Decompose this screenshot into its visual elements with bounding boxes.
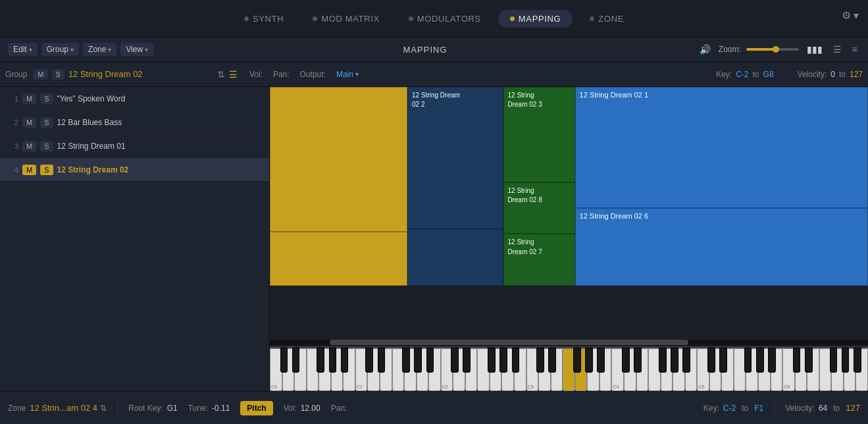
horizontal-scrollbar[interactable] <box>270 340 868 345</box>
zone-block-active-bottom[interactable] <box>270 232 407 286</box>
pitch-button[interactable]: Pitch <box>240 401 272 415</box>
zone-block-6[interactable]: 12 String Dream 02 6 <box>575 208 868 286</box>
bars-icon[interactable]: ▮▮▮ <box>804 43 825 56</box>
output-value[interactable]: Main ▾ <box>336 70 359 79</box>
group-s-button[interactable]: S <box>52 69 64 80</box>
black-key-oct2-3[interactable] <box>499 348 507 373</box>
black-key-oct4-4[interactable] <box>682 348 690 373</box>
vol-value-bottom: 12.00 <box>301 404 320 413</box>
black-key-oct5-0[interactable] <box>707 348 715 373</box>
list-icon[interactable]: ☰ <box>830 43 844 56</box>
black-key-oct1-4[interactable] <box>426 348 434 373</box>
black-key-oct0-4[interactable] <box>341 348 349 373</box>
zone-label-1: 12 String Dream 02 1 <box>580 91 649 99</box>
group-2-s[interactable]: S <box>40 117 53 128</box>
black-key-oct4-2[interactable] <box>659 348 667 373</box>
octave-2: C2 <box>441 348 526 391</box>
black-key-oct3-4[interactable] <box>597 348 605 373</box>
group-4-m[interactable]: M <box>22 165 36 175</box>
group-2-m[interactable]: M <box>22 117 36 128</box>
zone-block-3[interactable]: 12 StringDream 02 3 <box>503 87 575 182</box>
lines-icon[interactable]: ≡ <box>850 43 860 56</box>
tune-label: Tune: <box>188 404 208 413</box>
edit-button[interactable]: Edit ▾ <box>8 43 38 56</box>
black-key-oct4-1[interactable] <box>634 348 642 373</box>
black-key-oct3-0[interactable] <box>536 348 544 373</box>
group-name-3: 12 String Dream 01 <box>57 142 126 151</box>
nav-tab-synth[interactable]: SYNTH <box>232 10 295 28</box>
zone-block-7[interactable]: 12 StringDream 02 7 <box>503 234 575 285</box>
zone-block-dark-ext[interactable] <box>407 229 503 286</box>
black-key-oct5-1[interactable] <box>719 348 727 373</box>
black-key-oct6-3[interactable] <box>842 348 850 373</box>
black-key-oct5-4[interactable] <box>768 348 776 373</box>
synth-dot <box>244 16 249 21</box>
group-1-m[interactable]: M <box>22 93 36 104</box>
group-num-1: 1 <box>5 95 18 103</box>
group-row-3[interactable]: 3 M S 12 String Dream 01 <box>0 134 269 158</box>
group-list-icon[interactable]: ☰ <box>229 69 238 80</box>
zone-button[interactable]: Zone ▾ <box>83 43 116 56</box>
black-key-oct6-0[interactable] <box>793 348 801 373</box>
group-row-4[interactable]: 4 M S 12 String Dream 02 <box>0 158 269 182</box>
nav-tab-mapping[interactable]: MAPPING <box>498 10 573 28</box>
view-button[interactable]: View ▾ <box>120 43 153 56</box>
synth-label: SYNTH <box>253 14 284 24</box>
black-key-oct5-3[interactable] <box>756 348 764 373</box>
black-key-oct0-0[interactable] <box>280 348 288 373</box>
pan-label: Pan: <box>273 70 290 79</box>
group-3-m[interactable]: M <box>22 141 36 151</box>
mapping-dot <box>510 16 515 21</box>
group-label-text: Group <box>5 70 27 79</box>
group-1-s[interactable]: S <box>40 93 53 104</box>
group-up-down-arrows[interactable]: ⇅ <box>217 69 225 80</box>
zone-block-2[interactable]: 12 String Dream02 2 <box>407 87 503 229</box>
black-key-oct3-2[interactable] <box>573 348 581 373</box>
speaker-icon[interactable]: 🔊 <box>697 43 713 56</box>
black-key-oct1-3[interactable] <box>414 348 422 373</box>
black-key-oct4-0[interactable] <box>622 348 630 373</box>
output-label: Output: <box>300 70 326 79</box>
group-3-s[interactable]: S <box>40 141 53 151</box>
black-key-oct3-1[interactable] <box>548 348 556 373</box>
black-key-oct4-3[interactable] <box>671 348 678 373</box>
zone-block-8[interactable]: 12 StringDream 02 8 <box>503 182 575 234</box>
black-key-oct0-1[interactable] <box>292 348 300 373</box>
group-row-2[interactable]: 2 M S 12 Bar Blues Bass <box>0 111 269 134</box>
black-key-oct2-2[interactable] <box>488 348 496 373</box>
black-key-oct3-3[interactable] <box>585 348 593 373</box>
black-key-oct0-3[interactable] <box>329 348 337 373</box>
black-key-oct1-1[interactable] <box>378 348 386 373</box>
black-key-oct1-0[interactable] <box>365 348 373 373</box>
group-name: 12 String Dream 02 <box>68 69 213 79</box>
divider-1 <box>117 400 118 416</box>
nav-tab-modulators[interactable]: MODULATORS <box>397 10 493 28</box>
black-key-oct0-2[interactable] <box>317 348 324 373</box>
black-key-oct2-0[interactable] <box>451 348 459 373</box>
nav-tab-zone[interactable]: ZONE <box>578 10 636 28</box>
black-key-oct6-4[interactable] <box>854 348 861 373</box>
black-key-oct6-2[interactable] <box>830 348 838 373</box>
zone-up-down-arrows[interactable]: ⇅ <box>100 404 107 413</box>
group-4-s[interactable]: S <box>40 165 53 175</box>
zone-block-1[interactable]: 12 String Dream 02 1 <box>575 87 868 208</box>
black-key-oct1-2[interactable] <box>402 348 410 373</box>
key-label-header: Key: <box>716 70 732 79</box>
black-key-oct6-1[interactable] <box>805 348 813 373</box>
scrollbar-thumb[interactable] <box>330 340 688 345</box>
black-key-oct5-2[interactable] <box>744 348 752 373</box>
zoom-slider[interactable] <box>746 48 799 51</box>
group-row-1[interactable]: 1 M S "Yes" Spoken Word <box>0 87 269 111</box>
group-m-button[interactable]: M <box>34 69 47 80</box>
black-key-oct2-4[interactable] <box>512 348 520 373</box>
bottom-bar: Zone 12 Strin...am 02 4 ⇅ Root Key: G1 T… <box>0 391 868 424</box>
octave-1: C1 <box>355 348 441 391</box>
nav-tab-mod-matrix[interactable]: MOD MATRIX <box>301 10 392 28</box>
gear-icon[interactable]: ⚙ ▾ <box>842 9 859 22</box>
zone-block-main-yellow-top[interactable] <box>270 87 407 232</box>
vol-section: Vol: 12.00 <box>284 404 320 413</box>
zone-selector[interactable]: 12 Strin...am 02 4 ⇅ <box>30 403 107 413</box>
zoom-label: Zoom: <box>719 45 741 54</box>
group-button[interactable]: Group ▾ <box>41 43 79 56</box>
black-key-oct2-1[interactable] <box>463 348 471 373</box>
